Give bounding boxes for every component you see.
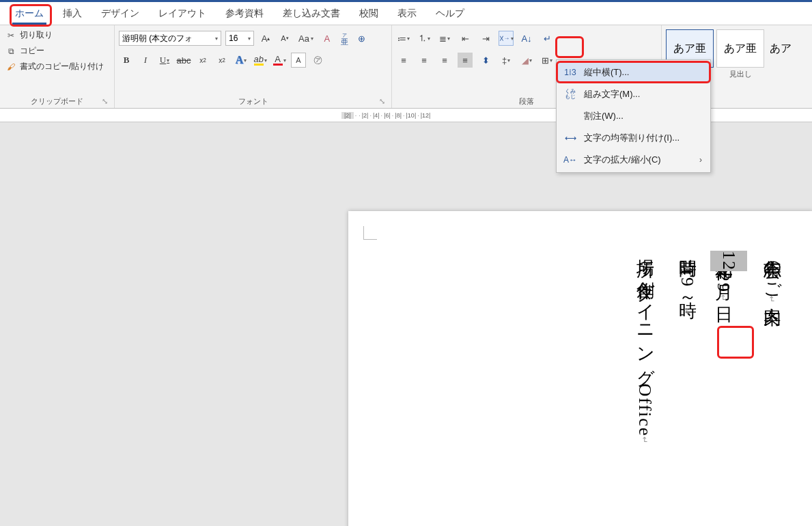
- bold-button[interactable]: B: [119, 53, 134, 68]
- clipboard-dialog-launcher[interactable]: ⤡: [100, 97, 109, 105]
- kumimoji-icon: くみもじ: [563, 88, 577, 100]
- tab-references[interactable]: 参考資料: [216, 3, 273, 24]
- font-dialog-launcher[interactable]: ⤡: [378, 97, 386, 105]
- cut-button[interactable]: ✂ 切り取り: [4, 28, 110, 42]
- chevron-right-icon: ›: [699, 155, 702, 165]
- ribbon-tabs: ホーム 挿入 デザイン レイアウト 参考資料 差し込み文書 校閲 表示 ヘルプ: [0, 2, 812, 25]
- strike-button[interactable]: abc: [176, 53, 191, 68]
- margin-corner-mark: [363, 226, 377, 240]
- menu-fit-width-label: 文字の均等割り付け(I)...: [584, 132, 680, 144]
- increase-indent-button[interactable]: ⇥: [478, 31, 493, 46]
- style-no-spacing[interactable]: あア亜: [716, 29, 764, 68]
- line-spacing-button[interactable]: ‡▾: [499, 53, 514, 68]
- sort-button[interactable]: A↓: [519, 31, 534, 46]
- shading-button[interactable]: ◢▾: [519, 53, 534, 68]
- align-right-button[interactable]: ≡: [437, 53, 452, 68]
- font-size-select[interactable]: 16 ▾: [225, 31, 254, 46]
- menu-scale-label: 文字の拡大/縮小(C): [584, 154, 661, 166]
- selected-number-12: 12: [710, 251, 747, 271]
- doc-line-4: 場所 創作ダイニング Office↵: [627, 245, 662, 445]
- tab-mailings[interactable]: 差し込み文書: [273, 3, 350, 24]
- align-center-button[interactable]: ≡: [417, 53, 432, 68]
- font-size-value: 16: [229, 33, 238, 43]
- font-name-select[interactable]: 游明朝 (本文のフォ ▾: [119, 31, 221, 46]
- asian-layout-menu: 1⁞3 縦中横(T)... くみもじ 組み文字(M)... 割注(W)... ⟷…: [556, 59, 711, 173]
- doc-line-1: 忘年会のご案内↵: [754, 245, 789, 304]
- clipboard-group-label: クリップボード: [31, 97, 83, 105]
- show-marks-button[interactable]: ↵: [540, 31, 555, 46]
- number-selection-highlight: [717, 326, 754, 359]
- style-extra-sample: あア: [770, 42, 792, 56]
- bullets-button[interactable]: ≔▾: [396, 31, 411, 46]
- tab-design[interactable]: デザイン: [92, 3, 149, 24]
- tab-review[interactable]: 校閲: [350, 3, 388, 24]
- tab-insert[interactable]: 挿入: [53, 3, 92, 24]
- style-more[interactable]: あア: [767, 29, 794, 68]
- chevron-down-icon: ▾: [248, 36, 251, 42]
- copy-label: コピー: [20, 45, 44, 57]
- menu-warichu[interactable]: 割注(W)...: [557, 105, 710, 127]
- subscript-button[interactable]: x2: [195, 53, 210, 68]
- warichu-icon: [563, 110, 577, 122]
- menu-fit-width[interactable]: ⟷ 文字の均等割り付け(I)...: [557, 127, 710, 149]
- enclose-char-button[interactable]: ⊕: [354, 31, 369, 46]
- menu-tatechuyoko[interactable]: 1⁞3 縦中横(T)...: [557, 61, 710, 83]
- scale-icon: A↔: [563, 154, 577, 166]
- menu-kumimoji-label: 組み文字(M)...: [584, 88, 640, 100]
- copy-button[interactable]: ⧉ コピー: [4, 44, 110, 58]
- numbering-button[interactable]: ⒈▾: [417, 31, 432, 46]
- format-painter-button[interactable]: 🖌 書式のコピー/貼り付け: [4, 59, 110, 74]
- multilevel-button[interactable]: ≣▾: [437, 31, 452, 46]
- fit-width-icon: ⟷: [563, 132, 577, 144]
- style-tile-label-2: 見出し: [716, 69, 764, 79]
- distribute-button[interactable]: ⬍: [478, 53, 493, 68]
- cut-label: 切り取り: [20, 29, 53, 41]
- document-page[interactable]: 忘年会のご案内↵ 令和元年12月29日↵ 時間 19時～↵ 場所 創作ダイニング…: [348, 211, 812, 526]
- tab-view[interactable]: 表示: [388, 3, 426, 24]
- format-painter-label: 書式のコピー/貼り付け: [20, 61, 104, 72]
- change-case-button[interactable]: Aa▾: [296, 31, 316, 46]
- brush-icon: 🖌: [5, 61, 16, 72]
- tab-home[interactable]: ホーム: [5, 3, 53, 24]
- increase-font-button[interactable]: A▴: [258, 31, 273, 46]
- underline-button[interactable]: U▾: [157, 53, 172, 68]
- menu-kumimoji[interactable]: くみもじ 組み文字(M)...: [557, 83, 710, 105]
- menu-warichu-label: 割注(W)...: [584, 110, 624, 122]
- borders-button[interactable]: ⊞▾: [540, 53, 555, 68]
- char-shading-button[interactable]: A: [291, 53, 306, 68]
- text-effects-button[interactable]: A▾: [234, 53, 249, 68]
- tab-layout[interactable]: レイアウト: [149, 3, 216, 24]
- doc-line-2: 令和元年12月29日↵: [705, 245, 747, 303]
- italic-button[interactable]: I: [138, 53, 153, 68]
- justify-button[interactable]: ≡: [458, 53, 473, 68]
- clear-format-button[interactable]: A: [320, 31, 335, 46]
- menu-tatechuyoko-label: 縦中横(T)...: [584, 66, 629, 79]
- chevron-down-icon: ▾: [215, 36, 218, 42]
- tab-help[interactable]: ヘルプ: [426, 3, 474, 24]
- decrease-font-button[interactable]: A▾: [277, 31, 292, 46]
- font-name-value: 游明朝 (本文のフォ: [122, 33, 193, 44]
- tatechuyoko-icon: 1⁞3: [563, 66, 577, 79]
- scissors-icon: ✂: [5, 30, 16, 41]
- font-color-button[interactable]: A▾: [272, 53, 287, 68]
- decrease-indent-button[interactable]: ⇤: [458, 31, 473, 46]
- align-left-button[interactable]: ≡: [396, 53, 411, 68]
- enclose-circle-button[interactable]: ㋐: [310, 53, 325, 68]
- paragraph-group-label: 段落: [519, 97, 534, 105]
- style-normal-sample: あア亜: [673, 42, 706, 56]
- style-nospace-sample: あア亜: [724, 42, 757, 56]
- copy-icon: ⧉: [5, 46, 16, 57]
- phonetic-guide-button[interactable]: ア亜: [339, 31, 350, 46]
- workspace: 忘年会のご案内↵ 令和元年12月29日↵ 時間 19時～↵ 場所 創作ダイニング…: [0, 122, 812, 526]
- highlight-button[interactable]: ab▾: [253, 53, 268, 68]
- asian-layout-button[interactable]: ☓→▾: [499, 31, 514, 46]
- superscript-button[interactable]: x2: [214, 53, 229, 68]
- doc-line-3: 時間 19時～↵: [669, 245, 705, 316]
- font-group-label: フォント: [238, 97, 268, 105]
- menu-scale[interactable]: A↔ 文字の拡大/縮小(C) ›: [557, 149, 710, 171]
